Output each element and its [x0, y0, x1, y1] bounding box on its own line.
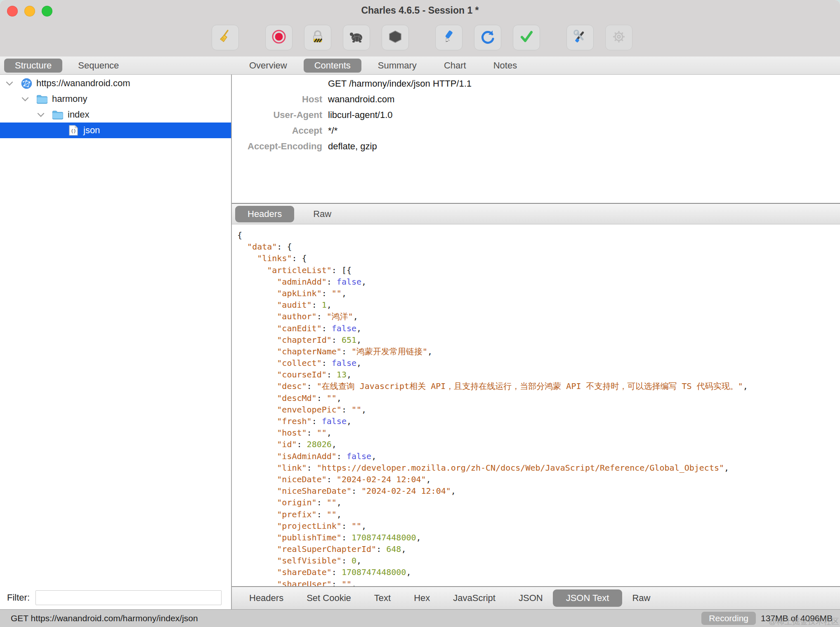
- svg-text:{}: {}: [71, 128, 76, 134]
- json-body: { "data": { "links": { "articleList": [{…: [232, 224, 840, 586]
- tab-json-text[interactable]: JSON Text: [553, 589, 623, 607]
- tree-row-index[interactable]: index: [0, 107, 231, 123]
- tab-response-headers[interactable]: Headers: [249, 593, 283, 603]
- chevron-down-icon[interactable]: [20, 97, 31, 101]
- tab-set-cookie[interactable]: Set Cookie: [307, 593, 351, 603]
- toolbar-group-tools: [566, 20, 632, 50]
- status-bar: GET https://wanandroid.com/harmony/index…: [0, 609, 840, 627]
- toolbar-group-recording: [265, 20, 409, 50]
- charles-window: Charles 4.6.5 - Session 1 *: [0, 0, 840, 627]
- status-url: GET https://wanandroid.com/harmony/index…: [11, 613, 198, 623]
- left-panel-tabs: Structure Sequence: [0, 59, 227, 73]
- tab-structure[interactable]: Structure: [4, 59, 62, 73]
- right-panel-tabs: Overview Contents Summary Chart Notes: [227, 59, 528, 73]
- header-value: deflate, gzip: [328, 139, 840, 154]
- lock-icon: [310, 29, 326, 46]
- chevron-down-icon[interactable]: [35, 112, 46, 117]
- filter-bar: Filter:: [0, 586, 231, 609]
- watermark-text: @稀土掘金技术社区: [769, 616, 839, 627]
- header-name: Accept: [232, 123, 322, 139]
- throttle-button[interactable]: [343, 25, 370, 50]
- tab-contents[interactable]: Contents: [304, 59, 361, 73]
- refresh-icon: [480, 29, 496, 46]
- tree-row-harmony[interactable]: harmony: [0, 91, 231, 107]
- main-area: https://wanandroid.com harmony: [0, 75, 840, 609]
- tools-button[interactable]: [566, 25, 594, 50]
- check-icon: [519, 29, 534, 46]
- request-line: GET /harmony/index/json HTTP/1.1: [328, 76, 840, 92]
- title-bar: Charles 4.6.5 - Session 1 *: [0, 0, 840, 20]
- response-view-tab-band: Headers Set Cookie Text Hex JavaScript J…: [232, 586, 840, 609]
- tree-label: harmony: [52, 94, 87, 104]
- header-value: wanandroid.com: [328, 92, 840, 107]
- tree-row-json[interactable]: {} json: [0, 123, 231, 138]
- tree-label: index: [68, 109, 90, 120]
- hexagon-icon: [387, 29, 403, 46]
- toolbar-group-request: [435, 20, 540, 50]
- tab-request-headers[interactable]: Headers: [235, 206, 294, 222]
- turtle-icon: [348, 29, 365, 46]
- request-line-label: [232, 76, 322, 92]
- toolbar-group-session: [212, 20, 239, 50]
- tab-hex[interactable]: Hex: [414, 593, 430, 603]
- breakpoints-button[interactable]: [382, 25, 409, 50]
- json-file-icon: {}: [68, 125, 79, 136]
- clear-session-button[interactable]: [212, 25, 239, 50]
- structure-panel: https://wanandroid.com harmony: [0, 75, 231, 609]
- request-tree: https://wanandroid.com harmony: [0, 75, 231, 586]
- tab-summary[interactable]: Summary: [367, 59, 427, 73]
- gear-icon: [611, 29, 627, 46]
- record-button[interactable]: [265, 25, 293, 50]
- filter-label: Filter:: [7, 592, 30, 603]
- header-value: libcurl-agent/1.0: [328, 107, 840, 123]
- main-tab-band: Structure Sequence Overview Contents Sum…: [0, 57, 840, 75]
- tree-label: json: [83, 125, 100, 136]
- compose-button[interactable]: [435, 25, 462, 50]
- validate-button[interactable]: [513, 25, 540, 50]
- request-view-tab-band: Headers Raw: [232, 203, 840, 224]
- tab-sequence[interactable]: Sequence: [67, 59, 130, 73]
- folder-icon: [36, 94, 48, 104]
- filter-input[interactable]: [35, 590, 222, 605]
- ssl-proxying-button[interactable]: [304, 25, 331, 50]
- record-icon: [271, 29, 287, 46]
- header-name: Host: [232, 92, 322, 107]
- contents-panel: GET /harmony/index/json HTTP/1.1 Host wa…: [232, 75, 840, 609]
- tab-notes[interactable]: Notes: [483, 59, 528, 73]
- tree-label: https://wanandroid.com: [36, 78, 130, 89]
- tab-response-raw[interactable]: Raw: [632, 593, 650, 603]
- tab-text[interactable]: Text: [374, 593, 391, 603]
- header-name: Accept-Encoding: [232, 139, 322, 154]
- toolbar: [0, 20, 840, 57]
- tab-javascript[interactable]: JavaScript: [453, 593, 496, 603]
- globe-icon: [21, 78, 32, 89]
- tab-overview[interactable]: Overview: [238, 59, 298, 73]
- broom-icon: [217, 29, 233, 46]
- window-title: Charles 4.6.5 - Session 1 *: [0, 5, 840, 16]
- chevron-down-icon[interactable]: [4, 81, 15, 86]
- header-value: */*: [328, 123, 840, 139]
- tools-icon: [572, 29, 588, 46]
- pen-icon: [441, 29, 457, 46]
- tab-request-raw[interactable]: Raw: [301, 206, 344, 222]
- folder-icon: [52, 110, 64, 120]
- settings-button[interactable]: [605, 25, 632, 50]
- header-name: User-Agent: [232, 107, 322, 123]
- repeat-button[interactable]: [474, 25, 501, 50]
- tree-row-host[interactable]: https://wanandroid.com: [0, 75, 231, 91]
- request-headers-section: GET /harmony/index/json HTTP/1.1 Host wa…: [232, 75, 840, 203]
- tab-chart[interactable]: Chart: [433, 59, 477, 73]
- recording-badge: Recording: [701, 612, 756, 625]
- tab-json[interactable]: JSON: [519, 593, 543, 603]
